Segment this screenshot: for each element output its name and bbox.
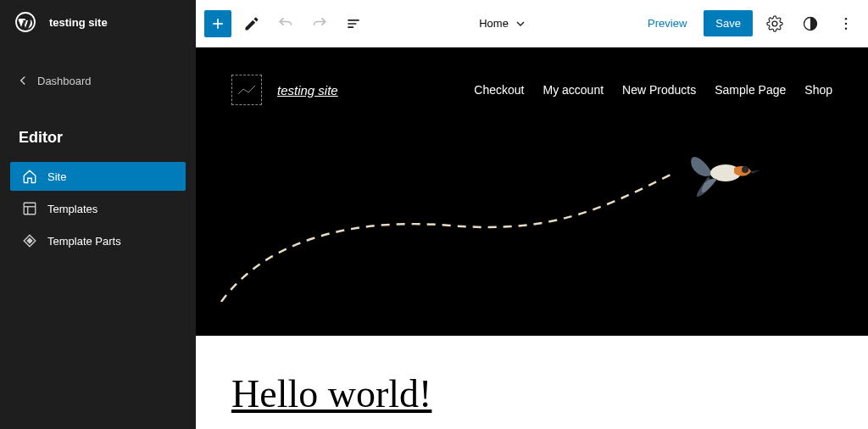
- post-title-block[interactable]: Hello world!: [196, 336, 868, 429]
- plus-icon: [209, 15, 226, 32]
- site-logo-placeholder[interactable]: [231, 75, 262, 105]
- hero-illustration: [196, 132, 868, 302]
- template-name: Home: [479, 17, 509, 30]
- home-icon: [22, 169, 37, 184]
- redo-button[interactable]: [306, 10, 333, 37]
- section-title: Editor: [0, 129, 196, 147]
- chevron-left-icon: [15, 73, 31, 88]
- tools-button[interactable]: [238, 10, 265, 37]
- admin-sidebar: testing site Dashboard Editor Site Templ…: [0, 0, 196, 429]
- site-name[interactable]: testing site: [49, 16, 108, 29]
- sidebar-item-label: Site: [47, 170, 66, 183]
- sidebar-header: testing site: [0, 0, 196, 44]
- list-view-button[interactable]: [340, 10, 367, 37]
- sidebar-item-label: Template Parts: [47, 235, 121, 248]
- site-title-block[interactable]: testing site: [277, 83, 338, 98]
- contrast-icon: [802, 15, 819, 32]
- nav-item-checkout[interactable]: Checkout: [474, 83, 524, 97]
- pencil-icon: [243, 15, 260, 32]
- wordpress-logo-icon[interactable]: [14, 10, 37, 34]
- preview-button[interactable]: Preview: [639, 12, 695, 35]
- sidebar-item-templates[interactable]: Templates: [10, 194, 186, 223]
- nav-item-products[interactable]: New Products: [622, 83, 696, 97]
- gear-icon: [766, 15, 783, 32]
- save-button[interactable]: Save: [704, 10, 753, 36]
- dots-vertical-icon: [837, 15, 854, 32]
- back-label: Dashboard: [37, 75, 92, 87]
- editor-canvas[interactable]: testing site Checkout My account New Pro…: [196, 47, 868, 429]
- back-to-dashboard-link[interactable]: Dashboard: [0, 64, 196, 97]
- toolbar-left: [204, 10, 367, 37]
- redo-icon: [311, 15, 328, 32]
- undo-button[interactable]: [272, 10, 299, 37]
- nav-item-sample[interactable]: Sample Page: [715, 83, 786, 97]
- svg-point-5: [845, 17, 848, 20]
- svg-point-7: [845, 27, 848, 30]
- sidebar-item-template-parts[interactable]: Template Parts: [10, 226, 186, 255]
- sidebar-nav: Site Templates Template Parts: [0, 162, 196, 255]
- flight-path-icon: [221, 175, 670, 302]
- svg-point-9: [742, 166, 748, 173]
- settings-button[interactable]: [761, 10, 788, 37]
- editor-toolbar: Home Preview Save: [196, 0, 868, 47]
- navigation-block[interactable]: Checkout My account New Products Sample …: [474, 83, 832, 97]
- nav-item-account[interactable]: My account: [542, 83, 604, 97]
- template-selector[interactable]: Home: [367, 17, 639, 31]
- diamond-icon: [22, 233, 37, 248]
- image-placeholder-icon: [236, 82, 257, 98]
- undo-icon: [277, 15, 294, 32]
- svg-rect-1: [24, 203, 36, 214]
- add-block-button[interactable]: [204, 10, 231, 37]
- nav-item-shop[interactable]: Shop: [804, 83, 832, 97]
- sidebar-item-label: Templates: [47, 203, 97, 215]
- styles-button[interactable]: [797, 10, 824, 37]
- header-row: testing site Checkout My account New Pro…: [231, 75, 832, 105]
- toolbar-right: Preview Save: [639, 10, 860, 37]
- site-branding: testing site: [231, 75, 338, 105]
- site-header-block[interactable]: testing site Checkout My account New Pro…: [196, 47, 868, 336]
- main-area: Home Preview Save testin: [196, 0, 868, 429]
- more-options-button[interactable]: [832, 10, 860, 37]
- bird-icon: [691, 157, 760, 197]
- chevron-down-icon: [514, 17, 527, 31]
- sidebar-item-site[interactable]: Site: [10, 162, 186, 191]
- layout-icon: [22, 201, 37, 216]
- svg-point-6: [845, 22, 848, 25]
- list-view-icon: [345, 15, 362, 32]
